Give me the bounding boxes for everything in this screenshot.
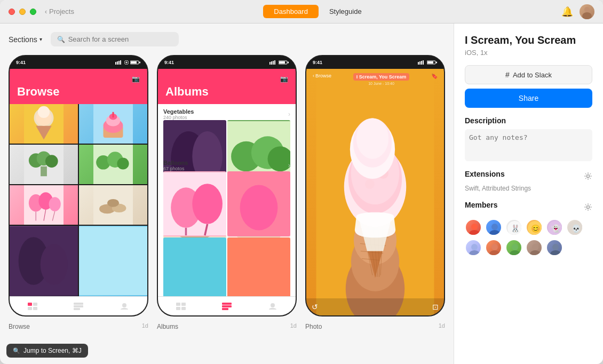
svg-rect-58 [288,62,289,64]
browse-cell-2 [79,104,147,144]
svg-point-42 [41,244,68,285]
status-icons-photo [418,60,438,65]
main-content: Sections ▾ 🔍 9:41 [0,23,603,364]
svg-rect-81 [181,303,186,306]
user-avatar[interactable] [580,4,594,19]
svg-rect-57 [279,61,285,64]
member-avatar-3[interactable]: 🐰 [505,219,522,236]
albums-content: 📷 Albums Vegetables [158,69,296,315]
fullscreen-button[interactable] [30,9,36,15]
browse-cell-6 [79,185,147,225]
svg-point-123 [469,230,480,236]
tab-styleguide[interactable]: Styleguide [319,5,372,18]
svg-point-137 [489,250,500,256]
thumb-bal-1 [163,171,226,236]
svg-rect-88 [418,62,419,65]
svg-point-120 [587,175,590,178]
thumb-bal-3 [163,238,226,296]
albums-tab-icon-2 [222,302,232,311]
album-name-veg: Vegetables [163,108,194,115]
screen-detail-meta: iOS, 1x [465,49,592,57]
photo-footer: Photo 1d [305,316,445,337]
browse-content: 📷 Browse [10,69,147,315]
status-time-browse: 9:41 [16,60,26,65]
svg-rect-49 [74,305,83,307]
svg-rect-54 [273,61,274,65]
albums-footer: Albums 1d [157,316,297,337]
extensions-settings-icon[interactable] [584,172,592,180]
members-grid: 🐰 😊 👻 💀 [465,219,592,256]
phone-frame-albums: 9:41 📷 [157,55,297,316]
albums-screen-time: 1d [290,322,297,329]
member-avatar-6[interactable]: 💀 [566,219,583,236]
album-name-bal: Balloons [163,160,188,166]
member-avatar-10[interactable] [526,239,543,256]
browse-camera-icon: 📷 [132,75,140,83]
add-to-slack-label: Add to Slack [513,71,552,79]
svg-point-119 [356,118,388,159]
svg-point-136 [491,244,498,250]
breadcrumb-nav: ‹ Projects [45,7,74,15]
member-avatar-11[interactable] [546,239,563,256]
album-item-vegetables: Vegetables 240 photos › [163,108,290,152]
svg-rect-93 [427,61,433,64]
thumb-bal-2 [227,171,290,236]
member-avatar-7[interactable] [465,239,482,256]
screen-photo[interactable]: 9:41 ‹Browse [305,55,445,364]
browse-cell-1 [10,104,78,144]
notification-icon[interactable]: 🔔 [561,6,573,18]
browse-cell-7 [10,226,78,296]
member-avatar-2[interactable] [485,219,502,236]
slack-icon: # [505,70,510,79]
sections-button[interactable]: Sections ▾ [9,35,42,44]
svg-text:💀: 💀 [572,224,581,233]
description-input[interactable] [465,129,592,161]
svg-rect-19 [113,112,114,117]
album-count-veg: 240 photos [163,115,194,120]
share-button[interactable]: Share [465,89,592,108]
search-input[interactable] [68,35,164,43]
svg-point-124 [491,224,498,230]
tab-dashboard[interactable]: Dashboard [263,5,319,18]
photo-crop-icon: ⊡ [432,303,439,311]
svg-point-140 [532,244,538,250]
chevron-right-icon-2: › [288,162,290,169]
member-avatar-8[interactable] [485,239,502,256]
phone-frame-browse: 9:41 📷 [9,55,148,316]
search-icon: 🔍 [57,36,65,43]
screen-albums[interactable]: 9:41 📷 [157,55,297,364]
member-avatar-9[interactable] [505,239,522,256]
projects-link[interactable]: Projects [49,7,74,15]
svg-point-39 [107,199,119,207]
albums-title: Albums [165,85,288,99]
extensions-header: Extensions [465,170,592,183]
member-avatar-4[interactable]: 😊 [526,219,543,236]
svg-point-122 [471,224,478,230]
photo-screen-time: 1d [439,322,445,329]
members-settings-icon[interactable] [584,203,592,211]
album-thumbs-bal [163,171,290,203]
browse-cell-5 [10,185,78,225]
member-avatar-5[interactable]: 👻 [546,219,563,236]
close-button[interactable] [9,9,15,15]
svg-rect-3 [117,61,118,65]
svg-point-0 [584,7,590,12]
svg-point-116 [365,179,375,189]
title-bar-right: 🔔 [561,4,594,19]
browse-tab-icon-3 [120,302,129,311]
search-icon-jump: 🔍 [13,347,20,354]
screen-browse[interactable]: 9:41 📷 [9,55,148,364]
jump-bar[interactable]: 🔍 Jump to Screen, ⌘J [6,344,88,358]
chevron-right-icon: › [288,110,290,118]
photo-bookmark-icon: 🔖 [431,73,438,79]
chevron-down-icon: ▾ [39,36,42,42]
svg-rect-78 [163,239,226,296]
svg-rect-83 [181,307,186,310]
minimize-button[interactable] [19,9,26,15]
svg-point-28 [117,157,129,169]
browse-tab-bar [10,296,147,315]
add-to-slack-button[interactable]: # Add to Slack [465,65,592,84]
browse-header: 📷 Browse [10,69,147,104]
member-avatar-1[interactable] [465,219,482,236]
albums-tab-icon-3 [268,302,277,311]
